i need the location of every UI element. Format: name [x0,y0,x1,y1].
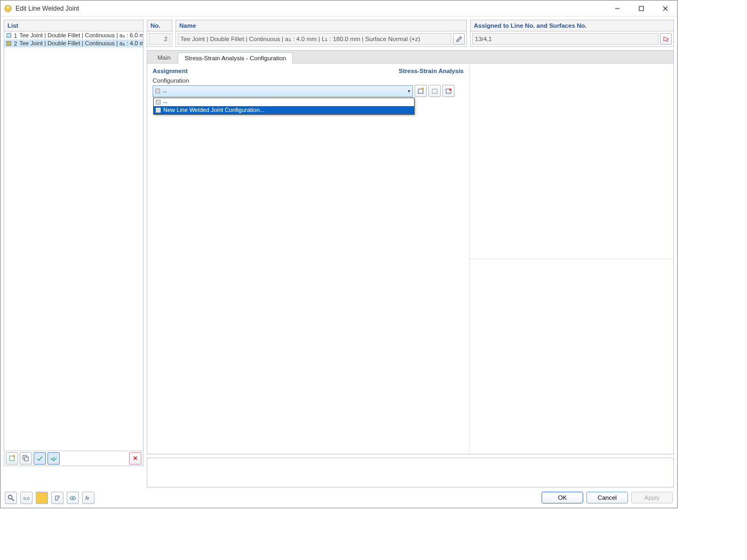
maximize-button[interactable] [629,1,653,17]
edit-name-button[interactable] [453,33,465,45]
list-header: List [4,20,143,31]
delete-item-button[interactable]: ✕ [129,452,141,465]
color-button[interactable] [36,492,48,504]
config-option-label: New Line Welded Joint Configuration... [163,107,265,113]
assigned-field-group: Assigned to Line No. and Surfaces No. [470,20,674,47]
assignment-section-title: Assignment [153,68,188,74]
svg-point-18 [9,495,12,499]
bottom-toolbar: 0,0 fx OK Cancel Apply [1,487,677,508]
model-button[interactable] [51,492,63,504]
svg-point-1 [7,6,9,9]
config-swatch-icon [156,108,161,113]
preview-area-top [470,63,673,259]
tabs-panel: Main Stress-Strain Analysis - Configurat… [147,50,674,454]
summary-panel [147,458,674,487]
preview-pane [469,63,673,454]
delete-config-button[interactable] [442,85,455,97]
svg-text:fx: fx [85,495,90,501]
number-input[interactable] [149,33,170,45]
pick-object-button[interactable] [660,33,672,45]
list-item[interactable]: 1 Tee Joint | Double Fillet | Continuous… [4,31,143,39]
fx-button[interactable]: fx [82,492,94,504]
search-button[interactable] [5,492,17,504]
titlebar: Edit Line Welded Joint [1,1,677,17]
config-option-new[interactable]: New Line Welded Joint Configuration... [154,106,414,114]
ok-button[interactable]: OK [542,492,583,503]
minimize-button[interactable] [605,1,629,17]
name-field-group: Name [176,20,467,47]
config-swatch-icon [156,100,161,105]
configuration-dropdown-list: -- New Line Welded Joint Configuration..… [153,98,415,115]
config-option-none[interactable]: -- [154,98,414,106]
config-swatch-icon [155,89,160,93]
svg-rect-10 [25,457,28,461]
chevron-down-icon: ▾ [408,88,410,94]
window-title: Edit Line Welded Joint [15,5,79,12]
stress-strain-link[interactable]: Stress-Strain Analysis [399,68,464,74]
config-option-label: -- [163,99,167,105]
copy-item-button[interactable] [20,452,32,465]
name-input[interactable] [178,33,451,45]
tab-strip: Main Stress-Strain Analysis - Configurat… [147,51,673,63]
svg-line-19 [12,499,14,501]
list-item-label: Tee Joint | Double Fillet | Continuous |… [19,32,143,39]
list-panel: List 1 Tee Joint | Double Fillet | Conti… [4,20,144,466]
list-item-number: 1 [14,33,17,39]
units-button[interactable]: 0,0 [20,492,33,504]
tab-stress-strain[interactable]: Stress-Strain Analysis - Configuration [178,52,293,63]
list-item-number: 2 [14,41,17,47]
configuration-dropdown[interactable]: -- ▾ -- New Line Welded Join [153,85,413,97]
preview-area-bottom [470,259,673,454]
close-button[interactable] [653,1,677,17]
color-swatch-icon [6,33,11,38]
svg-rect-14 [432,89,437,93]
name-label: Name [176,20,466,31]
check-all-button[interactable] [47,452,60,465]
color-swatch-icon [6,41,11,46]
configuration-selected: -- [163,88,167,94]
list-item-label: Tee Joint | Double Fillet | Continuous |… [19,40,143,47]
new-item-button[interactable] [6,452,18,465]
app-icon [4,4,12,13]
apply-button[interactable]: Apply [631,492,673,503]
svg-point-22 [72,497,74,499]
new-config-button[interactable] [415,85,427,97]
cancel-button[interactable]: Cancel [586,492,628,503]
number-field-group: No. [147,20,172,47]
svg-rect-11 [418,89,423,93]
view-button[interactable] [67,492,79,504]
number-label: No. [147,20,172,31]
list-toolbar: ✕ [4,451,143,466]
assignment-pane: Assignment Stress-Strain Analysis Config… [147,63,469,454]
configuration-label: Configuration [153,77,464,84]
svg-text:0,0: 0,0 [23,496,30,501]
svg-rect-3 [639,6,643,11]
list-item[interactable]: 2 Tee Joint | Double Fillet | Continuous… [4,39,143,47]
assigned-label: Assigned to Line No. and Surfaces No. [471,20,673,31]
list-body[interactable]: 1 Tee Joint | Double Fillet | Continuous… [4,31,143,451]
tab-main[interactable]: Main [150,52,178,63]
check-button[interactable] [34,452,46,465]
library-config-button[interactable] [428,85,441,97]
assigned-input[interactable] [472,33,658,45]
